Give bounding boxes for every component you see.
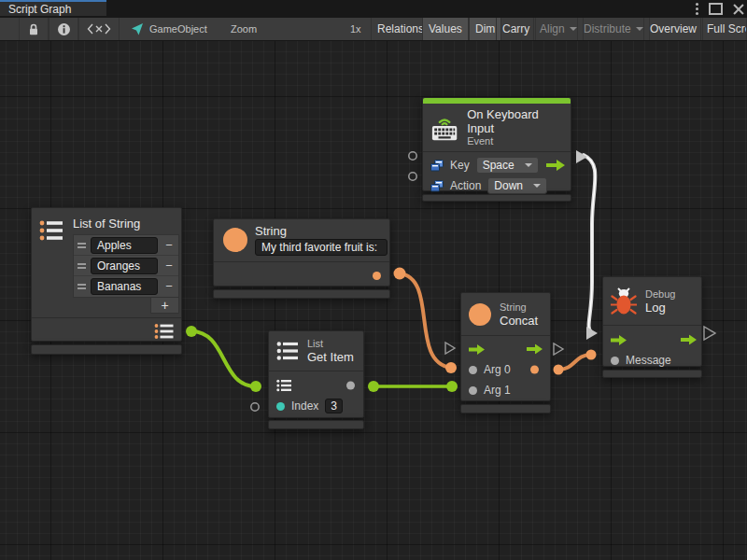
unity-visual-scripting-window: { "window": { "tab_title": "Script Graph… — [0, 0, 747, 560]
port-row-action: Action Down — [423, 175, 571, 196]
info-icon — [57, 22, 71, 36]
flow-in-port[interactable] — [611, 335, 627, 345]
chevron-down-icon — [533, 184, 541, 188]
menu-kebab-icon[interactable] — [696, 7, 698, 10]
result-output-port[interactable] — [530, 366, 539, 374]
action-port-label: Action — [450, 179, 481, 192]
enum-type-icon — [430, 160, 444, 172]
key-port-label: Key — [450, 159, 470, 172]
arg0-label: Arg 0 — [484, 363, 511, 376]
node-on-keyboard-input[interactable]: On Keyboard Input Event Key Space Action… — [422, 97, 571, 191]
node-footer — [602, 370, 702, 378]
action-dropdown-value: Down — [494, 179, 523, 192]
remove-item-button[interactable]: − — [160, 257, 178, 275]
port-row-string-output — [214, 261, 389, 287]
lock-icon — [27, 22, 40, 36]
flow-out-port[interactable] — [527, 344, 543, 355]
port-row-flow — [461, 339, 550, 359]
bug-icon — [611, 287, 637, 316]
close-icon[interactable] — [733, 4, 743, 14]
align-label: Align — [540, 22, 565, 35]
list-item-input[interactable]: Oranges — [91, 258, 158, 274]
port-row-key: Key Space — [423, 155, 571, 175]
message-label: Message — [626, 354, 671, 367]
list-item-row: Apples − — [74, 235, 178, 256]
string-output-port[interactable] — [373, 272, 381, 280]
item-output-port[interactable] — [346, 382, 355, 390]
tab-script-graph[interactable]: Script Graph — [0, 0, 106, 16]
message-input-port[interactable] — [611, 357, 619, 365]
add-item-button[interactable]: + — [150, 297, 179, 314]
port-row-arg1: Arg 1 — [461, 380, 550, 400]
list-item-row: Bananas − — [74, 276, 178, 297]
node-list-of-string[interactable]: List of String Apples − Oranges − Banana… — [31, 207, 182, 342]
port-row-arg0: Arg 0 — [461, 359, 550, 380]
node-category: Debug — [645, 288, 675, 301]
port-row-list-output — [32, 317, 181, 343]
tab-strip: Script Graph — [0, 0, 747, 18]
code-icon — [87, 23, 111, 35]
remove-item-button[interactable]: − — [160, 277, 178, 296]
node-get-item[interactable]: List Get Item Index 3 — [268, 330, 364, 418]
info-button[interactable] — [49, 18, 78, 40]
node-title: Concat — [500, 314, 538, 328]
event-accent-bar — [423, 98, 571, 104]
zoom-label: Zoom — [231, 18, 257, 40]
node-string-literal[interactable]: String My third favorite fruit is: — [213, 218, 390, 287]
values-button[interactable]: Values — [422, 18, 469, 40]
node-title: List of String — [73, 217, 140, 231]
node-footer — [268, 420, 364, 429]
gameobject-ref[interactable]: GameObject — [130, 18, 207, 40]
align-button[interactable]: Align — [533, 18, 584, 40]
arg1-label: Arg 1 — [484, 384, 511, 397]
lock-button[interactable] — [19, 18, 49, 40]
node-category: String — [500, 301, 538, 314]
graph-toolbar: GameObject Zoom 1x Relations Values Dim … — [0, 18, 747, 41]
distribute-button[interactable]: Distribute — [577, 18, 650, 40]
drag-handle-icon[interactable] — [74, 284, 89, 289]
port-row-flow — [603, 329, 701, 350]
arg0-input-port[interactable] — [469, 366, 477, 374]
node-category: List — [307, 338, 354, 350]
index-label: Index — [291, 399, 318, 413]
port-row-index: Index 3 — [269, 396, 363, 416]
port-row-list-input — [269, 375, 363, 396]
drag-handle-icon[interactable] — [74, 263, 89, 269]
flow-out-port[interactable] — [681, 335, 697, 345]
node-title: Get Item — [307, 350, 354, 364]
list-output-port[interactable] — [154, 323, 175, 340]
overview-button[interactable]: Overview — [643, 18, 703, 40]
index-value-input[interactable]: 3 — [325, 399, 343, 413]
fullscreen-button[interactable]: Full Scre — [700, 18, 747, 40]
node-concat[interactable]: String Concat Arg 0 Arg 1 — [460, 292, 551, 401]
code-view-button[interactable] — [78, 18, 120, 40]
chevron-down-icon — [636, 27, 643, 31]
key-dropdown[interactable]: Space — [476, 157, 539, 174]
list-item-row: Oranges − — [74, 256, 178, 276]
drag-handle-icon[interactable] — [74, 243, 89, 248]
remove-item-button[interactable]: − — [160, 236, 178, 255]
action-dropdown[interactable]: Down — [487, 177, 547, 194]
node-footer — [422, 194, 571, 202]
enum-type-icon — [430, 180, 444, 192]
arg1-input-port[interactable] — [469, 386, 477, 395]
list-item-input[interactable]: Apples — [91, 237, 158, 254]
node-title: Log — [645, 301, 675, 315]
list-item-input[interactable]: Bananas — [91, 278, 158, 295]
chevron-down-icon — [525, 163, 532, 167]
key-dropdown-value: Space — [483, 159, 514, 172]
string-value-input[interactable]: My third favorite fruit is: — [255, 239, 388, 256]
node-debug-log[interactable]: Debug Log Message — [602, 276, 702, 367]
carry-button[interactable]: Carry — [496, 18, 536, 40]
node-title: String — [255, 224, 287, 238]
flow-out-port[interactable] — [546, 160, 565, 171]
node-footer — [213, 289, 390, 299]
list-input-port[interactable] — [276, 379, 292, 392]
gameobject-icon — [130, 21, 145, 36]
maximize-icon[interactable] — [709, 3, 723, 15]
flow-in-port[interactable] — [469, 344, 485, 355]
index-input-port[interactable] — [276, 402, 285, 411]
window-controls — [696, 0, 743, 18]
port-row-message: Message — [603, 350, 701, 371]
keyboard-event-icon — [430, 113, 458, 143]
